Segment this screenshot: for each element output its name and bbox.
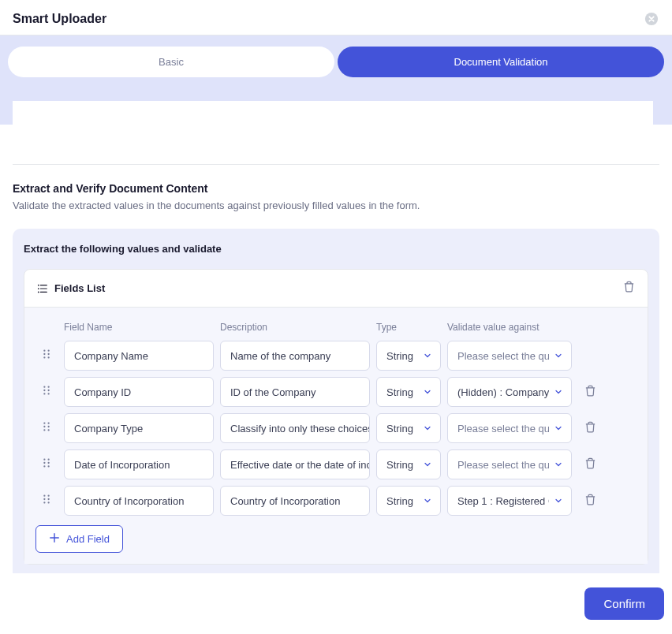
field-name-input[interactable]: Date of Incorporation <box>64 449 214 479</box>
tab-bar: Basic Document Validation <box>0 35 672 125</box>
svg-point-32 <box>43 502 45 503</box>
svg-point-14 <box>43 393 45 394</box>
svg-point-1 <box>38 284 39 285</box>
field-row: Date of IncorporationEffective date or t… <box>35 449 637 479</box>
field-name-input[interactable]: Company Type <box>64 413 214 443</box>
drag-handle[interactable] <box>35 349 58 363</box>
svg-point-4 <box>43 349 45 351</box>
drag-icon <box>43 421 50 435</box>
svg-point-17 <box>47 422 49 423</box>
trash-icon <box>623 281 635 296</box>
svg-point-25 <box>47 462 49 464</box>
add-field-button[interactable]: Add Field <box>35 525 123 553</box>
type-select[interactable]: String <box>376 449 441 479</box>
delete-row-button[interactable] <box>578 421 602 436</box>
validate-select[interactable]: Please select the question <box>447 413 572 443</box>
field-row: Country of IncorporationCountry of Incor… <box>35 486 637 516</box>
validate-select[interactable]: Please select the question <box>447 449 572 479</box>
description-input[interactable]: ID of the Company <box>220 377 370 407</box>
tab-basic[interactable]: Basic <box>8 47 334 77</box>
drag-icon <box>43 349 50 363</box>
svg-point-26 <box>43 465 45 467</box>
svg-point-31 <box>47 498 49 500</box>
delete-row-button[interactable] <box>578 457 602 472</box>
svg-point-5 <box>47 349 49 351</box>
field-name-input[interactable]: Company Name <box>64 341 214 371</box>
svg-point-28 <box>43 494 45 496</box>
trash-icon <box>584 385 596 400</box>
svg-point-18 <box>43 426 45 427</box>
drag-icon <box>43 385 50 399</box>
svg-point-6 <box>43 353 45 355</box>
svg-point-27 <box>47 465 49 467</box>
fields-card-body: Field Name Description Type Validate val… <box>24 308 648 564</box>
svg-point-7 <box>47 353 49 355</box>
drag-handle[interactable] <box>35 385 58 399</box>
plus-icon <box>49 532 60 546</box>
svg-point-20 <box>43 429 45 431</box>
svg-point-22 <box>43 458 45 460</box>
dialog-footer: Confirm <box>0 573 672 634</box>
delete-fields-card-button[interactable] <box>623 281 635 296</box>
svg-point-11 <box>47 386 49 387</box>
validate-select[interactable]: Please select the question <box>447 341 572 371</box>
fields-card-title: Fields List <box>54 282 105 294</box>
type-select[interactable]: String <box>376 341 441 371</box>
dialog-title: Smart Uploader <box>13 12 106 26</box>
trash-icon <box>584 457 596 472</box>
svg-point-10 <box>43 386 45 387</box>
svg-point-21 <box>47 429 49 431</box>
field-row: Company NameName of the companyStringPle… <box>35 341 637 371</box>
field-name-input[interactable]: Country of Incorporation <box>64 486 214 516</box>
delete-row-button[interactable] <box>578 494 602 509</box>
tab-document-validation[interactable]: Document Validation <box>338 47 664 77</box>
drag-icon <box>43 494 50 508</box>
add-field-label: Add Field <box>66 533 110 545</box>
field-row: Company IDID of the CompanyString(Hidden… <box>35 377 637 407</box>
description-input[interactable]: Country of Incorporation <box>220 486 370 516</box>
field-name-input[interactable]: Company ID <box>64 377 214 407</box>
list-icon <box>37 283 48 294</box>
svg-point-29 <box>47 494 49 496</box>
rows-container: Company NameName of the companyStringPle… <box>35 341 637 516</box>
validate-select[interactable]: Step 1 : Registered Country <box>447 486 572 516</box>
main-content: Extract and Verify Document Content Vali… <box>0 125 672 632</box>
type-select[interactable]: String <box>376 486 441 516</box>
panel-title: Extract the following values and validat… <box>24 243 648 255</box>
fields-card-header: Fields List <box>24 270 648 308</box>
grid-header: Field Name Description Type Validate val… <box>35 319 637 341</box>
drag-icon <box>43 457 50 472</box>
dialog-header: Smart Uploader <box>0 0 672 35</box>
close-button[interactable] <box>644 11 659 27</box>
svg-point-19 <box>47 426 49 427</box>
col-type: Type <box>376 322 441 333</box>
trash-icon <box>584 494 596 509</box>
validate-select[interactable]: (Hidden) : Company_ID <box>447 377 572 407</box>
fields-card: Fields List Field Name Description Type <box>24 269 648 565</box>
close-icon <box>644 12 659 26</box>
description-input[interactable]: Classify into only these choices <box>220 413 370 443</box>
drag-handle[interactable] <box>35 457 58 472</box>
divider <box>13 164 659 165</box>
svg-point-24 <box>43 462 45 464</box>
drag-handle[interactable] <box>35 494 58 508</box>
svg-point-33 <box>47 502 49 503</box>
col-description: Description <box>220 322 370 333</box>
description-input[interactable]: Effective date or the date of incorporat… <box>220 449 370 479</box>
type-select[interactable]: String <box>376 377 441 407</box>
delete-row-button[interactable] <box>578 385 602 400</box>
col-field-name: Field Name <box>64 322 214 333</box>
drag-handle[interactable] <box>35 421 58 435</box>
confirm-button[interactable]: Confirm <box>584 587 664 620</box>
svg-point-9 <box>47 356 49 358</box>
type-select[interactable]: String <box>376 413 441 443</box>
trash-icon <box>584 421 596 436</box>
section-title: Extract and Verify Document Content <box>13 182 659 195</box>
description-input[interactable]: Name of the company <box>220 341 370 371</box>
svg-point-30 <box>43 498 45 500</box>
svg-point-13 <box>47 390 49 391</box>
svg-point-12 <box>43 390 45 391</box>
svg-point-8 <box>43 356 45 358</box>
content-strip <box>13 101 653 136</box>
svg-point-16 <box>43 422 45 423</box>
